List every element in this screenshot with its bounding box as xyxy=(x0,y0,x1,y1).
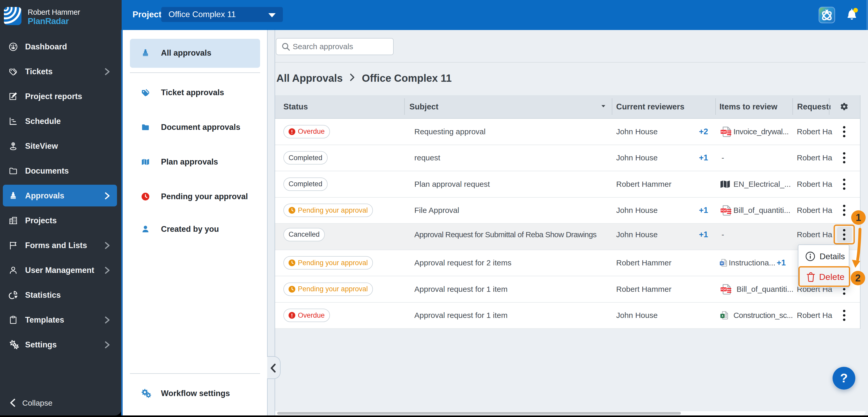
svg-text:X: X xyxy=(721,315,723,318)
svg-text:PDF: PDF xyxy=(721,209,727,212)
svg-text:PDF: PDF xyxy=(721,130,727,133)
svg-text:W: W xyxy=(720,262,723,265)
svg-text:PDF: PDF xyxy=(721,288,727,291)
